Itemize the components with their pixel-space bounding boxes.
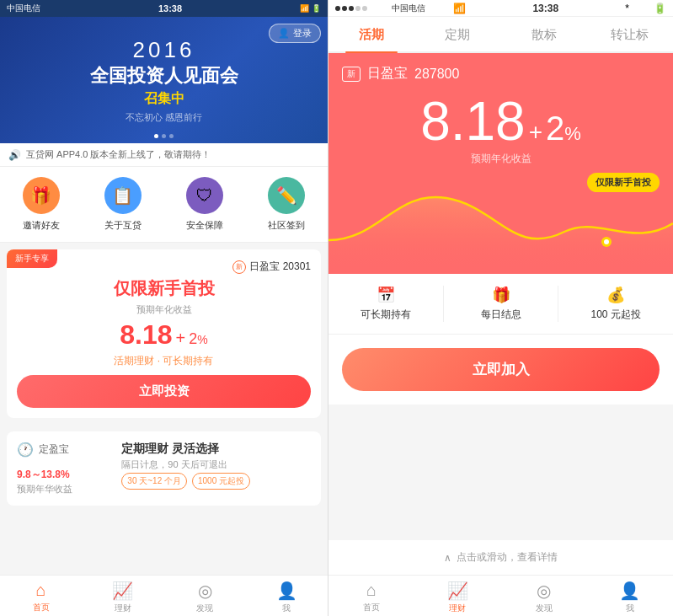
hold-text: 可长期持有 bbox=[361, 308, 411, 322]
icon-community[interactable]: ✏️ 社区签到 bbox=[246, 177, 328, 232]
me-icon-right: 👤 bbox=[619, 581, 640, 601]
dingying-card[interactable]: 🕐 定盈宝 9.8～13.8% 预期年华收益 定期理财 灵活选择 隔日计息，90… bbox=[7, 431, 321, 506]
status-bar-left: 中国电信 13:38 📶 🔋 bbox=[0, 0, 328, 17]
login-button[interactable]: 👤 登录 bbox=[269, 24, 321, 43]
bt-icon-right: * bbox=[625, 3, 629, 14]
left-phone: 中国电信 13:38 📶 🔋 👤 登录 2016 全国投资人见面会 召集中 不忘… bbox=[0, 0, 328, 616]
tab-zhuanrang[interactable]: 转让标 bbox=[587, 17, 673, 51]
time-right: 13:38 bbox=[532, 3, 558, 14]
home-label-right: 首页 bbox=[363, 602, 380, 613]
rate-label: 预期年化收益 bbox=[342, 152, 660, 173]
product-header: 新 日盈宝 287800 8.18 + 2 % 预期年化收益 bbox=[328, 53, 673, 173]
user-icon: 👤 bbox=[278, 28, 290, 39]
icon-security[interactable]: 🛡 安全保障 bbox=[164, 177, 246, 232]
nav-me-left[interactable]: 👤 我 bbox=[246, 581, 328, 614]
invite-icon: 🎁 bbox=[23, 177, 60, 214]
battery-icon-left: 🔋 bbox=[312, 4, 321, 13]
security-label: 安全保障 bbox=[186, 219, 223, 232]
wifi-icon-left: 📶 bbox=[300, 4, 309, 13]
tab-sanbiao[interactable]: 散标 bbox=[501, 17, 587, 51]
dingying-tag-1: 30 天~12 个月 bbox=[121, 473, 187, 490]
card-tag: 新 日盈宝 20301 bbox=[232, 260, 311, 274]
wealth-icon-right: 📈 bbox=[447, 581, 468, 601]
card-rate: 8.18 + 2 % bbox=[17, 319, 311, 351]
nav-home-left[interactable]: ⌂ 首页 bbox=[0, 581, 82, 614]
dingying-name: 定盈宝 bbox=[39, 442, 69, 457]
bottom-nav-right: ⌂ 首页 📈 理财 ◎ 发现 👤 我 bbox=[328, 575, 673, 616]
tabs-row: 活期 定期 散标 转让标 bbox=[328, 17, 673, 53]
tab-huoqi[interactable]: 活期 bbox=[328, 17, 414, 51]
nav-discover-left[interactable]: ◎ 发现 bbox=[164, 581, 246, 614]
hint-text: 点击或滑动，查看详情 bbox=[457, 550, 558, 565]
wealth-label-left: 理财 bbox=[115, 603, 131, 614]
carrier-right: 中国电信 bbox=[392, 3, 425, 14]
svg-point-1 bbox=[604, 239, 609, 244]
home-label-left: 首页 bbox=[33, 602, 50, 613]
big-rate-num: 8.18 bbox=[420, 94, 526, 148]
bottom-nav-left: ⌂ 首页 📈 理财 ◎ 发现 👤 我 bbox=[0, 575, 328, 616]
tab-dingqi[interactable]: 定期 bbox=[414, 17, 500, 51]
home-icon-left: ⌂ bbox=[36, 581, 46, 600]
card-rate-small: 2 bbox=[189, 330, 197, 348]
min-icon: 💰 bbox=[606, 286, 625, 304]
status-icons-left: 📶 🔋 bbox=[300, 4, 321, 13]
dingying-tag-2: 1000 元起投 bbox=[192, 473, 250, 490]
icon-invite[interactable]: 🎁 邀请好友 bbox=[0, 177, 82, 232]
new-circle-icon: 新 bbox=[232, 260, 246, 274]
nav-home-right[interactable]: ⌂ 首页 bbox=[328, 581, 414, 614]
card-rate-plus: + bbox=[176, 329, 186, 348]
about-label: 关于互贷 bbox=[104, 219, 142, 232]
card-desc: 活期理财 · 可长期持有 bbox=[17, 354, 311, 368]
speaker-icon: 🔊 bbox=[8, 149, 21, 161]
wealth-icon-left: 📈 bbox=[112, 581, 133, 601]
right-phone: 中国电信 📶 13:38 * 🔋 活期 定期 散标 转让标 新 日盈宝 2878… bbox=[328, 0, 673, 616]
banner: 👤 登录 2016 全国投资人见面会 召集中 不忘初心 感恩前行 bbox=[0, 17, 328, 143]
icon-about[interactable]: 📋 关于互贷 bbox=[82, 177, 163, 232]
invest-button[interactable]: 立即投资 bbox=[17, 375, 311, 408]
hint-row: ∧ 点击或滑动，查看详情 bbox=[328, 540, 673, 575]
card-header: 新 日盈宝 20301 bbox=[17, 260, 311, 274]
nav-discover-right[interactable]: ◎ 发现 bbox=[501, 581, 587, 614]
dot-2 bbox=[162, 134, 166, 138]
nav-wealth-right[interactable]: 📈 理财 bbox=[414, 581, 500, 614]
home-icon-right: ⌂ bbox=[366, 581, 377, 600]
time-left: 13:38 bbox=[158, 3, 182, 13]
big-rate-pct: % bbox=[564, 123, 581, 145]
join-button[interactable]: 立即加入 bbox=[342, 348, 660, 391]
chart-area: 仅限新手首投 bbox=[328, 173, 673, 274]
carrier-left: 中国电信 bbox=[7, 3, 40, 14]
min-text: 100 元起投 bbox=[591, 308, 641, 322]
invite-label: 邀请好友 bbox=[23, 219, 60, 232]
battery-right: 🔋 bbox=[654, 3, 666, 14]
me-label-right: 我 bbox=[626, 603, 634, 614]
dingying-right: 定期理财 灵活选择 隔日计息，90 天后可退出 30 天~12 个月 1000 … bbox=[121, 442, 311, 495]
wealth-label-right: 理财 bbox=[449, 603, 466, 614]
signal-dots bbox=[335, 6, 367, 11]
feature-min: 💰 100 元起投 bbox=[558, 286, 673, 322]
banner-sub: 召集中 bbox=[144, 90, 184, 108]
dingying-title: 定期理财 灵活选择 bbox=[121, 442, 311, 457]
dingying-rate-label: 预期年华收益 bbox=[17, 483, 111, 495]
nav-wealth-left[interactable]: 📈 理财 bbox=[82, 581, 163, 614]
dingying-tags: 30 天~12 个月 1000 元起投 bbox=[121, 473, 311, 490]
card-rate-pct: % bbox=[197, 333, 207, 346]
dingying-left: 🕐 定盈宝 9.8～13.8% 预期年华收益 bbox=[17, 442, 111, 495]
hold-icon: 📅 bbox=[377, 286, 395, 304]
card-main-title: 仅限新手首投 bbox=[17, 277, 311, 300]
big-rate: 8.18 + 2 % bbox=[342, 86, 660, 152]
daily-icon: 🎁 bbox=[492, 286, 510, 304]
card-rate-big: 8.18 bbox=[120, 319, 172, 351]
card-subtitle: 预期年化收益 bbox=[17, 303, 311, 316]
product-section: 新 日盈宝 287800 8.18 + 2 % 预期年化收益 仅限新手首投 bbox=[328, 53, 673, 274]
dot-3 bbox=[169, 134, 174, 138]
join-section: 立即加入 bbox=[328, 335, 673, 404]
community-label: 社区签到 bbox=[268, 219, 305, 232]
discover-label-left: 发现 bbox=[196, 603, 213, 614]
nav-me-right[interactable]: 👤 我 bbox=[587, 581, 673, 614]
me-icon-left: 👤 bbox=[276, 581, 297, 601]
product-title-row: 新 日盈宝 287800 bbox=[342, 65, 660, 83]
features-row: 📅 可长期持有 🎁 每日结息 💰 100 元起投 bbox=[328, 274, 673, 335]
dingying-icon-row: 🕐 定盈宝 bbox=[17, 442, 111, 458]
feature-hold: 📅 可长期持有 bbox=[328, 286, 443, 322]
dot-1 bbox=[154, 134, 158, 138]
